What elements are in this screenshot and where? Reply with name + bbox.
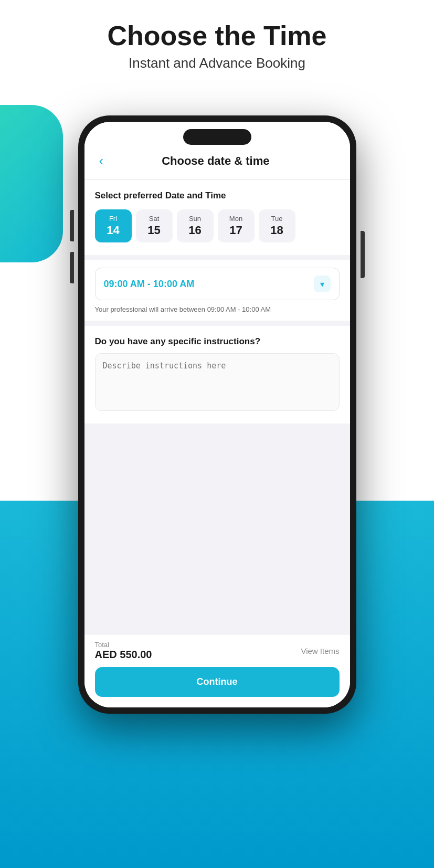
time-value: 09:00 AM - 10:00 AM	[104, 279, 195, 290]
date-num: 18	[270, 224, 283, 237]
date-num: 15	[147, 224, 160, 237]
total-row: Total AED 550.00 View Items	[95, 641, 340, 661]
date-num: 17	[229, 224, 242, 237]
total-left: Total AED 550.00	[95, 641, 152, 661]
back-button[interactable]: ‹	[95, 151, 108, 171]
side-button-volume-up	[70, 210, 74, 241]
nav-title: Choose date & time	[108, 154, 323, 168]
date-day: Fri	[109, 215, 117, 223]
date-item[interactable]: Mon17	[218, 209, 255, 242]
date-day: Tue	[271, 215, 283, 223]
view-items-button[interactable]: View Items	[301, 647, 339, 655]
date-day: Sun	[189, 215, 201, 223]
instructions-label: Do you have any specific instructions?	[95, 336, 340, 347]
content-spacer	[84, 424, 350, 528]
date-day: Mon	[229, 215, 242, 223]
time-info: Your professional will arrive between 09…	[95, 305, 340, 313]
date-item[interactable]: Sun16	[177, 209, 214, 242]
date-section: Select preferred Date and Time Fri14Sat1…	[84, 180, 350, 255]
teal-blob-left	[0, 105, 63, 262]
total-amount: AED 550.00	[95, 649, 152, 661]
time-dropdown[interactable]: 09:00 AM - 10:00 AM ▾	[95, 268, 340, 300]
main-content: Select preferred Date and Time Fri14Sat1…	[84, 180, 350, 634]
total-label: Total	[95, 641, 152, 649]
date-picker: Fri14Sat15Sun16Mon17Tue18	[95, 209, 340, 245]
side-button-power	[361, 231, 365, 278]
phone-notch	[183, 129, 251, 145]
header-section: Choose the Time Instant and Advance Book…	[0, 21, 434, 71]
date-section-label: Select preferred Date and Time	[95, 190, 340, 201]
instructions-section: Do you have any specific instructions?	[84, 326, 350, 424]
date-item[interactable]: Fri14	[95, 209, 132, 242]
header-subtitle: Instant and Advance Booking	[0, 55, 434, 71]
time-section: 09:00 AM - 10:00 AM ▾ Your professional …	[84, 260, 350, 321]
header-title: Choose the Time	[0, 21, 434, 51]
continue-button[interactable]: Continue	[95, 667, 340, 697]
side-button-volume-down	[70, 252, 74, 283]
date-item[interactable]: Sat15	[136, 209, 173, 242]
date-num: 16	[188, 224, 201, 237]
screen-content: ‹ Choose date & time Select preferred Da…	[84, 122, 350, 707]
phone-screen: ‹ Choose date & time Select preferred Da…	[84, 122, 350, 707]
date-num: 14	[107, 224, 119, 237]
footer: Total AED 550.00 View Items Continue	[84, 634, 350, 707]
date-day: Sat	[149, 215, 160, 223]
phone-frame: ‹ Choose date & time Select preferred Da…	[78, 115, 356, 714]
instructions-input[interactable]	[95, 353, 340, 411]
chevron-down-icon[interactable]: ▾	[314, 276, 331, 292]
date-item[interactable]: Tue18	[259, 209, 295, 242]
